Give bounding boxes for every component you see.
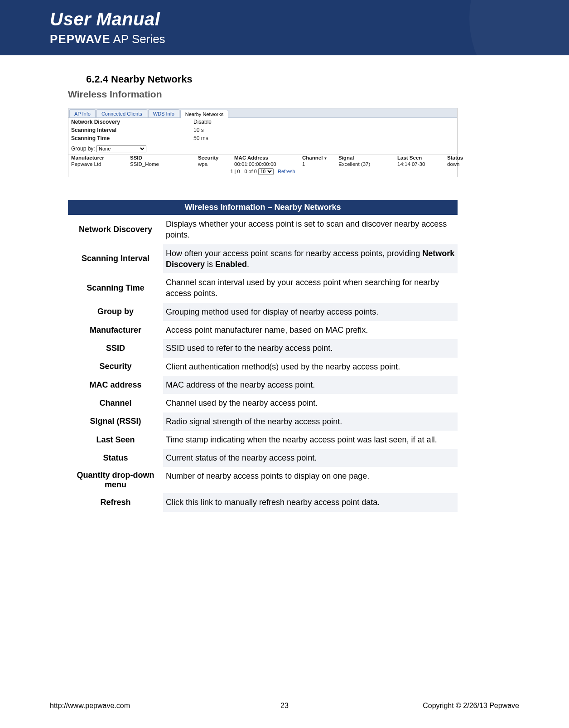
kv-val: Disable — [193, 119, 212, 125]
pager-qty-select[interactable]: 10 — [258, 168, 274, 175]
desc-label: MAC address — [68, 376, 163, 394]
desc-text: SSID used to refer to the nearby access … — [163, 339, 458, 357]
description-table: Wireless Information – Nearby Networks N… — [68, 200, 458, 512]
desc-text: Channel scan interval used by your acces… — [163, 273, 458, 303]
desc-label: Group by — [68, 303, 163, 321]
desc-label: Last Seen — [68, 431, 163, 449]
nearby-networks-screenshot: AP Info Connected Clients WDS Info Nearb… — [68, 108, 458, 177]
col-status[interactable]: Status — [447, 155, 461, 160]
footer-copyright: Copyright © 2/26/13 Pepwave — [423, 702, 519, 710]
cell-status: down — [447, 161, 461, 167]
desc-text: Grouping method used for display of near… — [163, 303, 458, 321]
header-banner: User Manual PEPWAVE AP Series — [0, 0, 569, 55]
desc-row: MAC address MAC address of the nearby ac… — [68, 376, 458, 394]
wireless-info-title: Wireless Information — [68, 89, 519, 100]
kv-key: Network Discovery — [71, 119, 193, 125]
tab-wds-info[interactable]: WDS Info — [148, 109, 179, 117]
table-row: Pepwave Ltd SSID_Home wpa 00:01:00:00:00… — [68, 161, 457, 167]
desc-row: Refresh Click this link to manually refr… — [68, 493, 458, 511]
col-last-seen[interactable]: Last Seen — [397, 155, 447, 160]
desc-text: Radio signal strength of the nearby acce… — [163, 413, 458, 431]
col-manufacturer[interactable]: Manufacturer — [71, 155, 130, 160]
desc-row: Group by Grouping method used for displa… — [68, 303, 458, 321]
tab-ap-info[interactable]: AP Info — [69, 109, 96, 117]
series-name: AP Series — [111, 32, 165, 46]
desc-row: Manufacturer Access point manufacturer n… — [68, 321, 458, 339]
tab-connected-clients[interactable]: Connected Clients — [96, 109, 147, 117]
desc-row: Quantity drop-down menu Number of nearby… — [68, 467, 458, 493]
desc-label: Channel — [68, 394, 163, 412]
cell-manufacturer: Pepwave Ltd — [71, 161, 130, 167]
pager-text: 1 | 0 - 0 of 0 — [230, 169, 257, 174]
kv-key: Scanning Time — [71, 135, 193, 141]
section-heading: 6.2.4 Nearby Networks — [86, 73, 519, 85]
desc-label: Quantity drop-down menu — [68, 467, 163, 493]
desc-row: Status Current status of the nearby acce… — [68, 449, 458, 467]
desc-label: Scanning Interval — [68, 244, 163, 274]
desc-text: Access point manufacturer name, based on… — [163, 321, 458, 339]
desc-text-part: How often your access point scans for ne… — [166, 249, 422, 258]
desc-text: MAC address of the nearby access point. — [163, 376, 458, 394]
kv-key: Scanning Interval — [71, 127, 193, 133]
kv-row: Network Discovery Disable — [71, 118, 454, 126]
cell-signal: Excellent (37) — [338, 161, 397, 167]
desc-row: Scanning Time Channel scan interval used… — [68, 273, 458, 303]
desc-label: Refresh — [68, 493, 163, 511]
cell-security: wpa — [198, 161, 234, 167]
desc-text: Client authentication method(s) used by … — [163, 358, 458, 376]
desc-text: Click this link to manually refresh near… — [163, 493, 458, 511]
desc-row: Channel Channel used by the nearby acces… — [68, 394, 458, 412]
desc-text: Channel used by the nearby access point. — [163, 394, 458, 412]
doc-subtitle: PEPWAVE AP Series — [50, 32, 569, 46]
kv-val: 50 ms — [193, 135, 208, 141]
desc-row: Security Client authentication method(s)… — [68, 358, 458, 376]
cell-mac: 00:01:00:00:00:00 — [234, 161, 302, 167]
desc-keyword: Enabled — [215, 260, 247, 269]
desc-label: Manufacturer — [68, 321, 163, 339]
cell-channel: 1 — [302, 161, 338, 167]
col-channel[interactable]: Channel — [302, 155, 338, 160]
doc-title: User Manual — [50, 9, 569, 29]
desc-text: Displays whether your access point is se… — [163, 215, 458, 244]
desc-text: Number of nearby access points to displa… — [163, 467, 458, 493]
col-signal[interactable]: Signal — [338, 155, 397, 160]
desc-text: Current status of the nearby access poin… — [163, 449, 458, 467]
desc-label: Security — [68, 358, 163, 376]
group-by-select[interactable]: None — [96, 145, 146, 152]
desc-title: Wireless Information – Nearby Networks — [68, 200, 458, 215]
desc-text-part: . — [247, 260, 249, 269]
group-by-label: Group by: — [71, 146, 95, 152]
desc-label: Status — [68, 449, 163, 467]
refresh-link[interactable]: Refresh — [278, 169, 295, 174]
desc-text: Time stamp indicating when the nearby ac… — [163, 431, 458, 449]
brand-name: PEPWAVE — [50, 32, 111, 46]
kv-row: Scanning Interval 10 s — [71, 126, 454, 134]
tab-nearby-networks[interactable]: Nearby Networks — [180, 110, 228, 118]
desc-text-part: is — [205, 260, 215, 269]
desc-text: How often your access point scans for ne… — [163, 244, 458, 274]
pager: 1 | 0 - 0 of 0 10 Refresh — [68, 167, 457, 177]
footer-url: http://www.pepwave.com — [50, 702, 130, 710]
col-mac[interactable]: MAC Address — [234, 155, 302, 160]
desc-row: Last Seen Time stamp indicating when the… — [68, 431, 458, 449]
cell-ssid: SSID_Home — [130, 161, 198, 167]
page-footer: http://www.pepwave.com 23 Copyright © 2/… — [0, 702, 569, 710]
desc-label: Signal (RSSI) — [68, 413, 163, 431]
footer-page-number: 23 — [280, 702, 289, 710]
tab-bar: AP Info Connected Clients WDS Info Nearb… — [68, 108, 457, 118]
cell-last-seen: 14:14 07-30 — [397, 161, 447, 167]
desc-label: SSID — [68, 339, 163, 357]
table-header: Manufacturer SSID Security MAC Address C… — [68, 154, 457, 161]
desc-label: Scanning Time — [68, 273, 163, 303]
kv-val: 10 s — [193, 127, 204, 133]
desc-row: Network Discovery Displays whether your … — [68, 215, 458, 244]
desc-label: Network Discovery — [68, 215, 163, 244]
col-ssid[interactable]: SSID — [130, 155, 198, 160]
desc-row: Scanning Interval How often your access … — [68, 244, 458, 274]
desc-row: SSID SSID used to refer to the nearby ac… — [68, 339, 458, 357]
col-security[interactable]: Security — [198, 155, 234, 160]
desc-row: Signal (RSSI) Radio signal strength of t… — [68, 413, 458, 431]
kv-row: Scanning Time 50 ms — [71, 134, 454, 142]
group-by-row: Group by: None — [68, 142, 457, 154]
